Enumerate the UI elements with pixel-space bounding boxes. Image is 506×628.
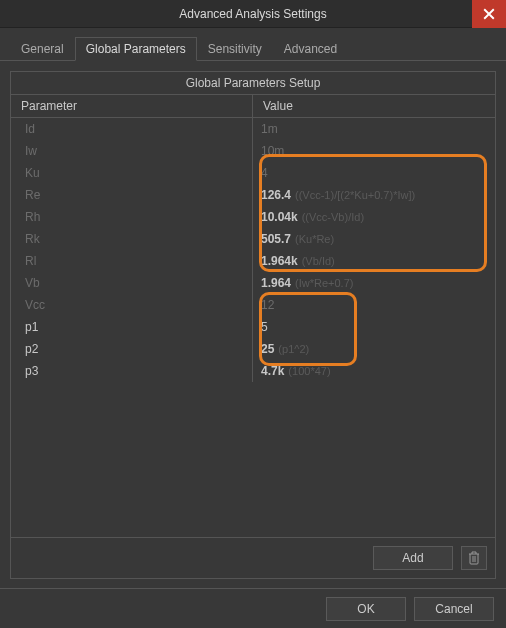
parameter-name: Rl [11,250,253,272]
tab-advanced[interactable]: Advanced [273,37,348,61]
parameter-value: 5 [261,320,268,334]
parameter-expression: (p1^2) [278,343,309,355]
table-row[interactable]: Re126.4((Vcc-1)/[(2*Ku+0.7)*Iw]) [11,184,495,206]
parameter-name: p1 [11,316,253,338]
parameter-value: 10.04k [261,210,298,224]
parameter-value-cell: 10m [253,140,495,162]
table-row[interactable]: Vb1.964(Iw*Re+0.7) [11,272,495,294]
tab-general[interactable]: General [10,37,75,61]
parameter-value-cell: 5 [253,316,495,338]
parameter-name: Ku [11,162,253,184]
close-button[interactable] [472,0,506,28]
parameter-name: p2 [11,338,253,360]
parameter-value: 10m [261,144,284,158]
table-row[interactable]: Id1m [11,118,495,140]
table-row[interactable]: Iw10m [11,140,495,162]
parameter-value: 25 [261,342,274,356]
parameter-value-cell: 25(p1^2) [253,338,495,360]
parameter-name: Rh [11,206,253,228]
add-button[interactable]: Add [373,546,453,570]
titlebar: Advanced Analysis Settings [0,0,506,28]
table-row[interactable]: p34.7k(100*47) [11,360,495,382]
column-header-parameter[interactable]: Parameter [11,95,253,118]
tab-global-parameters[interactable]: Global Parameters [75,37,197,61]
parameter-value-cell: 1.964k(Vb/Id) [253,250,495,272]
tab-bar: General Global Parameters Sensitivity Ad… [0,28,506,61]
parameter-value: 4 [261,166,268,180]
parameter-expression: ((Vcc-1)/[(2*Ku+0.7)*Iw]) [295,189,415,201]
cancel-button[interactable]: Cancel [414,597,494,621]
parameter-value: 505.7 [261,232,291,246]
parameter-value: 126.4 [261,188,291,202]
parameter-name: Iw [11,140,253,162]
close-icon [483,8,495,20]
parameter-value: 1.964 [261,276,291,290]
parameter-expression: (100*47) [288,365,330,377]
dialog-footer: OK Cancel [0,588,506,628]
parameter-value: 1.964k [261,254,298,268]
parameter-value: 1m [261,122,278,136]
parameter-value-cell: 505.7(Ku*Re) [253,228,495,250]
delete-button[interactable] [461,546,487,570]
parameter-value-cell: 4.7k(100*47) [253,360,495,382]
parameter-expression: (Iw*Re+0.7) [295,277,353,289]
parameter-value: 12 [261,298,274,312]
parameter-name: Vcc [11,294,253,316]
table-row[interactable]: Rk505.7(Ku*Re) [11,228,495,250]
parameter-name: Re [11,184,253,206]
parameter-expression: (Ku*Re) [295,233,334,245]
table-row[interactable]: Rh10.04k((Vcc-Vb)/Id) [11,206,495,228]
table-row[interactable]: p225(p1^2) [11,338,495,360]
parameter-name: Rk [11,228,253,250]
parameter-expression: (Vb/Id) [302,255,335,267]
grid-body: Id1mIw10mKu4Re126.4((Vcc-1)/[(2*Ku+0.7)*… [11,118,495,537]
table-row[interactable]: p15 [11,316,495,338]
panel-title: Global Parameters Setup [11,72,495,95]
tab-sensitivity[interactable]: Sensitivity [197,37,273,61]
parameter-value-cell: 126.4((Vcc-1)/[(2*Ku+0.7)*Iw]) [253,184,495,206]
grid-header: Parameter Value [11,95,495,118]
ok-button[interactable]: OK [326,597,406,621]
table-row[interactable]: Ku4 [11,162,495,184]
panel-footer: Add [11,537,495,578]
parameter-value-cell: 4 [253,162,495,184]
parameter-value: 4.7k [261,364,284,378]
parameter-value-cell: 10.04k((Vcc-Vb)/Id) [253,206,495,228]
parameters-panel: Global Parameters Setup Parameter Value … [10,71,496,579]
parameter-name: p3 [11,360,253,382]
trash-icon [468,551,480,565]
column-header-value[interactable]: Value [253,95,495,118]
parameter-value-cell: 12 [253,294,495,316]
parameter-name: Vb [11,272,253,294]
parameter-expression: ((Vcc-Vb)/Id) [302,211,364,223]
table-row[interactable]: Rl1.964k(Vb/Id) [11,250,495,272]
parameter-name: Id [11,118,253,140]
window-title: Advanced Analysis Settings [179,7,326,21]
table-row[interactable]: Vcc12 [11,294,495,316]
parameter-value-cell: 1.964(Iw*Re+0.7) [253,272,495,294]
parameter-value-cell: 1m [253,118,495,140]
